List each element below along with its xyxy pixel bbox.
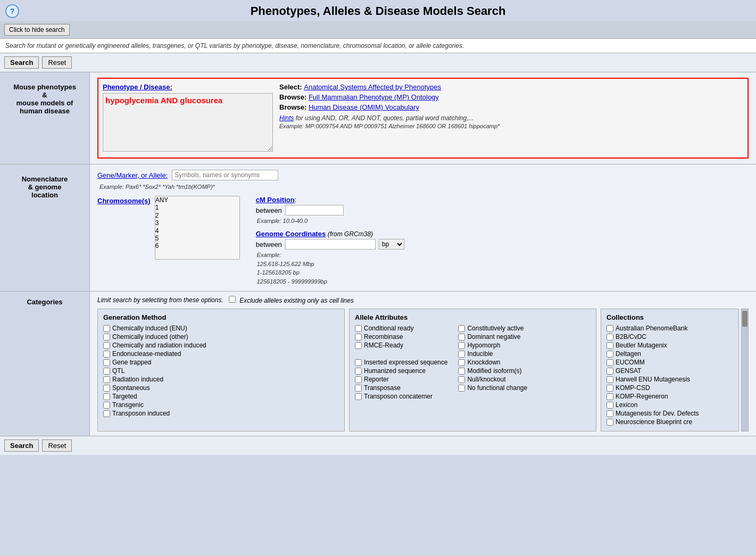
chem-radiation-checkbox[interactable] xyxy=(103,342,110,349)
reporter-checkbox[interactable] xyxy=(355,376,362,383)
mutagenesis-dev-checkbox[interactable] xyxy=(607,410,613,417)
null-knockout-checkbox[interactable] xyxy=(458,376,465,383)
phenotype-box: Phenotype / Disease: hypoglycemia AND gl… xyxy=(97,78,749,159)
genome-units-select[interactable]: bp Mbp cM xyxy=(379,239,404,250)
transgenic-checkbox[interactable] xyxy=(103,402,110,409)
exclude-checkbox[interactable] xyxy=(229,296,236,303)
radiation-checkbox[interactable] xyxy=(103,376,110,383)
exclude-label[interactable]: Exclude alleles existing only as cell li… xyxy=(229,296,354,304)
knockdown-checkbox[interactable] xyxy=(458,359,465,366)
cat-item: Gene trapped xyxy=(103,359,339,366)
gensat-checkbox[interactable] xyxy=(607,368,613,375)
select-row: Select: Anatomical Systems Affected by P… xyxy=(279,83,743,91)
neuroscience-blueprint-checkbox[interactable] xyxy=(607,419,613,426)
transposon-concat-checkbox[interactable] xyxy=(355,393,362,400)
scrollbar[interactable] xyxy=(741,309,749,431)
gene-marker-link[interactable]: Gene/Marker, or Allele: xyxy=(97,171,168,179)
phenotype-example-label: Example: xyxy=(279,123,305,129)
targeted-checkbox[interactable] xyxy=(103,393,110,400)
top-reset-button[interactable]: Reset xyxy=(42,56,72,69)
allele-attr-left: Conditional ready Recombinase RMCE-Ready… xyxy=(355,325,447,401)
cm-between-row: between xyxy=(256,205,404,215)
chromosome-link[interactable]: Chromosome(s) xyxy=(97,197,151,205)
categories-content: Limit search by selecting from these opt… xyxy=(89,292,756,436)
chrom-option-any[interactable]: ANY xyxy=(155,196,239,204)
chromosome-right: cM Position: between Example: 10.0-40.0 xyxy=(256,196,404,286)
chrom-option-3[interactable]: 3 xyxy=(155,219,239,227)
conditional-ready-checkbox[interactable] xyxy=(355,325,362,332)
constitutively-active-checkbox[interactable] xyxy=(458,325,465,332)
eucomm-checkbox[interactable] xyxy=(607,359,613,366)
phenotype-disease-input[interactable]: hypoglycemia AND glucosurea xyxy=(103,93,273,152)
allele-attributes-col: Allele Attributes Conditional ready Reco… xyxy=(349,309,596,431)
hypomorph-checkbox[interactable] xyxy=(458,342,465,349)
cat-item: Chemically induced (ENU) xyxy=(103,325,339,332)
toggle-search-bar: Click to hide search xyxy=(0,21,756,39)
b2b-cvdc-checkbox[interactable] xyxy=(607,334,613,341)
help-icon[interactable]: ? xyxy=(5,4,19,18)
cat-item: Radiation induced xyxy=(103,376,339,383)
cm-position-link[interactable]: cM Position xyxy=(256,196,295,204)
hints-link[interactable]: Hints xyxy=(279,114,294,122)
gene-trapped-checkbox[interactable] xyxy=(103,359,110,366)
humanized-checkbox[interactable] xyxy=(355,368,362,375)
komp-csd-checkbox[interactable] xyxy=(607,385,613,392)
no-functional-change-checkbox[interactable] xyxy=(458,385,465,392)
cm-input[interactable] xyxy=(285,205,344,215)
chrom-option-1[interactable]: 1 xyxy=(155,204,239,211)
bottom-toolbar: Search Reset xyxy=(0,436,756,455)
chromosome-select[interactable]: ANY 1 2 3 4 5 6 xyxy=(155,196,240,260)
beutler-checkbox[interactable] xyxy=(607,342,613,349)
bottom-reset-button[interactable]: Reset xyxy=(42,439,72,452)
cm-position-section: cM Position: between Example: 10.0-40.0 xyxy=(256,196,404,225)
mp-ontology-link[interactable]: Full Mammalian Phenotype (MP) Ontology xyxy=(309,93,439,101)
generation-method-col: Generation Method Chemically induced (EN… xyxy=(97,309,345,431)
inserted-expressed-checkbox[interactable] xyxy=(355,359,362,366)
spontaneous-checkbox[interactable] xyxy=(103,385,110,392)
chrom-option-6[interactable]: 6 xyxy=(155,242,239,250)
transposase-checkbox[interactable] xyxy=(355,385,362,392)
chrom-option-4[interactable]: 4 xyxy=(155,227,239,235)
main-content: Mouse phenotypes&mouse models ofhuman di… xyxy=(0,72,756,436)
chem-other-checkbox[interactable] xyxy=(103,334,110,341)
allele-attributes-title: Allele Attributes xyxy=(355,313,591,321)
transposon-induced-checkbox[interactable] xyxy=(103,410,110,417)
enu-checkbox[interactable] xyxy=(103,325,110,332)
cat-item: Chemically and radiation induced xyxy=(103,342,339,349)
chromosome-genome-row: Chromosome(s) ANY 1 2 3 4 5 6 xyxy=(97,196,749,286)
limit-text: Limit search by selecting from these opt… xyxy=(97,296,223,304)
harwell-checkbox[interactable] xyxy=(607,376,613,383)
recombinase-checkbox[interactable] xyxy=(355,334,362,341)
bottom-search-button[interactable]: Search xyxy=(4,439,39,452)
genome-between-row: between bp Mbp cM xyxy=(256,239,404,250)
scrollbar-thumb[interactable] xyxy=(742,311,747,327)
gene-marker-input[interactable] xyxy=(172,170,278,180)
omim-link[interactable]: Human Disease (OMIM) Vocabulary xyxy=(309,103,419,111)
genome-coordinates-input[interactable] xyxy=(285,239,376,250)
modified-isoform-checkbox[interactable] xyxy=(458,368,465,375)
nomenclature-section-content: Gene/Marker, or Allele: Example: Pax6* *… xyxy=(89,164,756,291)
dominant-negative-checkbox[interactable] xyxy=(458,334,465,341)
nomenclature-section-row: Nomenclature& genomelocation Gene/Marker… xyxy=(0,164,756,292)
chrom-option-2[interactable]: 2 xyxy=(155,212,239,219)
endonuclease-checkbox[interactable] xyxy=(103,351,110,358)
aust-phenomebank-checkbox[interactable] xyxy=(607,325,613,332)
phenotype-example-row: Example: MP:0009754 AND MP:0009751 Alzhe… xyxy=(279,123,743,129)
rmce-checkbox[interactable] xyxy=(355,342,362,349)
toggle-search-button[interactable]: Click to hide search xyxy=(4,24,70,36)
cat-item: Transgenic xyxy=(103,401,339,409)
top-search-button[interactable]: Search xyxy=(4,56,39,69)
lexicon-checkbox[interactable] xyxy=(607,402,613,409)
chrom-option-5[interactable]: 5 xyxy=(155,235,239,242)
cat-item: Spontaneous xyxy=(103,384,339,392)
genome-coordinates-link[interactable]: Genome Coordinates xyxy=(256,230,326,238)
komp-regeneron-checkbox[interactable] xyxy=(607,393,613,400)
deltagen-checkbox[interactable] xyxy=(607,351,613,358)
inducible-checkbox[interactable] xyxy=(458,351,465,358)
chromosome-left: Chromosome(s) ANY 1 2 3 4 5 6 xyxy=(97,196,240,260)
anatomical-systems-link[interactable]: Anatomical Systems Affected by Phenotype… xyxy=(304,83,441,91)
genome-coordinates-section: Genome Coordinates (from GRCm38) between… xyxy=(256,230,404,286)
qtl-checkbox[interactable] xyxy=(103,368,110,375)
phenotype-disease-label[interactable]: Phenotype / Disease: xyxy=(103,83,273,91)
genome-between-label: between xyxy=(256,240,282,248)
